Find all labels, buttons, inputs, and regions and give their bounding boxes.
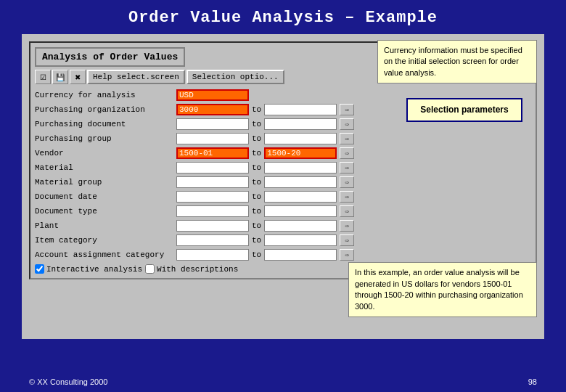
- close-icon[interactable]: ✖: [70, 70, 86, 84]
- table-row: Materialto⇨: [35, 161, 531, 174]
- to-input[interactable]: [264, 249, 337, 261]
- copyright: © XX Consulting 2000: [29, 377, 107, 386]
- to-label: to: [252, 221, 261, 230]
- field-label: Document type: [35, 207, 176, 216]
- to-label: to: [252, 192, 261, 201]
- to-label: to: [252, 134, 261, 143]
- from-input[interactable]: [176, 234, 249, 246]
- field-label: Material group: [35, 178, 176, 187]
- arrow-button[interactable]: ⇨: [340, 147, 354, 159]
- from-input[interactable]: [176, 249, 249, 261]
- field-label: Document date: [35, 192, 176, 201]
- checkbox-icon[interactable]: ☑: [35, 70, 51, 84]
- window-header: Analysis of Order Values: [35, 47, 185, 67]
- explanation-tooltip: In this example, an order value analysis…: [348, 262, 537, 317]
- from-input[interactable]: [176, 104, 249, 115]
- from-input[interactable]: [176, 205, 249, 217]
- field-label: Item category: [35, 236, 176, 245]
- arrow-button[interactable]: ⇨: [340, 162, 354, 173]
- arrow-button[interactable]: ⇨: [340, 104, 354, 115]
- to-input[interactable]: [264, 176, 337, 188]
- field-label: Purchasing document: [35, 120, 176, 128]
- page-title: Order Value Analysis – Example: [128, 9, 438, 27]
- to-input[interactable]: [264, 118, 337, 130]
- to-input[interactable]: [264, 191, 337, 203]
- selection-parameters-tooltip: Selection parameters: [406, 98, 522, 122]
- to-label: to: [252, 149, 261, 158]
- to-label: to: [252, 120, 261, 128]
- from-input[interactable]: [176, 191, 249, 203]
- table-row: Plantto⇨: [35, 219, 531, 232]
- field-label: Plant: [35, 221, 176, 230]
- table-row: Purchasing groupto⇨: [35, 132, 531, 145]
- from-input[interactable]: [176, 133, 249, 144]
- arrow-button[interactable]: ⇨: [340, 191, 354, 203]
- checkbox-item: With descriptions: [145, 264, 238, 274]
- to-input[interactable]: [264, 147, 337, 159]
- checkbox-label: With descriptions: [157, 265, 238, 274]
- to-label: to: [252, 207, 261, 216]
- main-content: Analysis of Order Values ☑ 💾 ✖ Help sele…: [22, 34, 544, 339]
- to-label: to: [252, 178, 261, 187]
- checkbox[interactable]: [35, 264, 44, 274]
- checkbox-label: Interactive analysis: [46, 265, 142, 274]
- arrow-button[interactable]: ⇨: [340, 118, 354, 130]
- to-input[interactable]: [264, 104, 337, 115]
- arrow-button[interactable]: ⇨: [340, 220, 354, 232]
- table-row: Document typeto⇨: [35, 205, 531, 218]
- to-input[interactable]: [264, 205, 337, 217]
- from-input[interactable]: [176, 162, 249, 173]
- from-input[interactable]: [176, 220, 249, 232]
- table-row: Item categoryto⇨: [35, 234, 531, 247]
- to-input[interactable]: [264, 162, 337, 173]
- arrow-button[interactable]: ⇨: [340, 133, 354, 144]
- to-label: to: [252, 105, 261, 114]
- to-input[interactable]: [264, 133, 337, 144]
- arrow-button[interactable]: ⇨: [340, 249, 354, 261]
- arrow-button[interactable]: ⇨: [340, 205, 354, 217]
- currency-tooltip: Currency information must be specified o…: [377, 40, 537, 83]
- table-row: Vendorto⇨: [35, 147, 531, 160]
- to-label: to: [252, 250, 261, 259]
- table-row: Document dateto⇨: [35, 190, 531, 203]
- help-select-button[interactable]: Help select.screen: [87, 70, 185, 84]
- table-row: Account assignment categoryto⇨: [35, 248, 531, 261]
- field-label: Currency for analysis: [35, 91, 176, 99]
- arrow-button[interactable]: ⇨: [340, 234, 354, 246]
- save-icon[interactable]: 💾: [52, 70, 68, 84]
- selection-options-button[interactable]: Selection optio...: [186, 70, 284, 84]
- from-input[interactable]: [176, 147, 249, 159]
- to-label: to: [252, 236, 261, 245]
- arrow-button[interactable]: ⇨: [340, 176, 354, 188]
- field-label: Account assignment category: [35, 250, 176, 259]
- field-label: Material: [35, 163, 176, 172]
- field-label: Vendor: [35, 149, 176, 158]
- to-input[interactable]: [264, 234, 337, 246]
- footer: © XX Consulting 2000 98: [0, 377, 566, 386]
- from-input[interactable]: [176, 89, 249, 101]
- page-number: 98: [528, 377, 537, 386]
- checkbox[interactable]: [145, 264, 155, 274]
- to-input[interactable]: [264, 220, 337, 232]
- checkbox-item: Interactive analysis: [35, 264, 142, 274]
- field-label: Purchasing group: [35, 134, 176, 143]
- title-bar: Order Value Analysis – Example: [0, 0, 566, 34]
- from-input[interactable]: [176, 176, 249, 188]
- table-row: Material groupto⇨: [35, 176, 531, 189]
- from-input[interactable]: [176, 118, 249, 130]
- field-label: Purchasing organization: [35, 105, 176, 114]
- to-label: to: [252, 163, 261, 172]
